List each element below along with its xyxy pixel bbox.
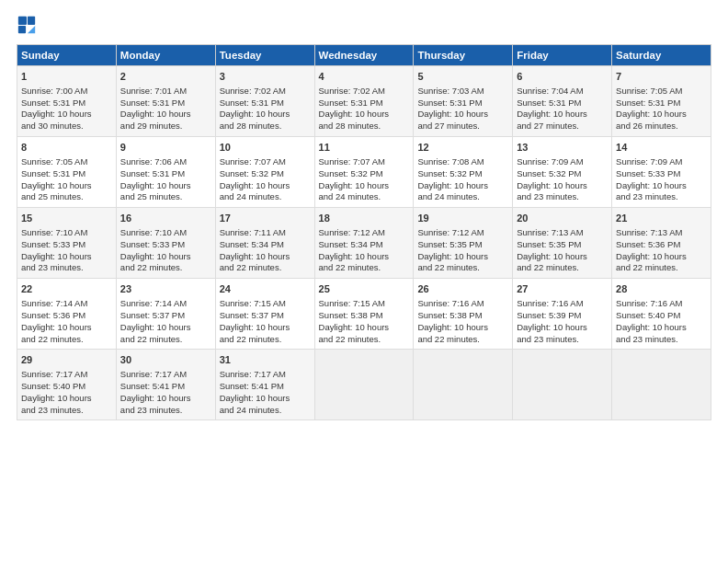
day-number: 21 [616, 212, 707, 225]
day-info-line: and 25 minutes. [120, 191, 211, 203]
day-number: 25 [319, 282, 410, 296]
day-info-line: Daylight: 10 hours [616, 109, 707, 121]
col-header-tuesday: Tuesday [215, 45, 314, 66]
day-info-line: Sunset: 5:40 PM [21, 381, 112, 393]
day-info-line: Daylight: 10 hours [616, 180, 707, 192]
day-cell: 27Sunrise: 7:16 AMSunset: 5:39 PMDayligh… [513, 279, 612, 350]
day-cell: 22Sunrise: 7:14 AMSunset: 5:36 PMDayligh… [17, 279, 117, 350]
day-number: 12 [417, 141, 508, 155]
day-cell: 12Sunrise: 7:08 AMSunset: 5:32 PMDayligh… [414, 137, 513, 208]
day-cell: 6Sunrise: 7:04 AMSunset: 5:31 PMDaylight… [513, 66, 612, 137]
calendar-table: SundayMondayTuesdayWednesdayThursdayFrid… [17, 44, 711, 420]
day-info-line: Sunset: 5:40 PM [616, 310, 707, 322]
day-number: 15 [21, 212, 112, 225]
day-info-line: Sunset: 5:36 PM [21, 310, 112, 322]
day-info-line: Daylight: 10 hours [417, 322, 508, 334]
day-number: 27 [517, 282, 608, 296]
day-info-line: Daylight: 10 hours [417, 109, 508, 121]
day-number: 22 [21, 282, 112, 296]
day-info-line: Sunset: 5:32 PM [220, 168, 311, 180]
day-info-line: Daylight: 10 hours [319, 251, 410, 263]
logo [17, 15, 39, 35]
day-info-line: Sunset: 5:34 PM [319, 239, 410, 251]
day-cell: 4Sunrise: 7:02 AMSunset: 5:31 PMDaylight… [314, 66, 414, 137]
day-number: 19 [417, 212, 508, 225]
day-number: 11 [319, 141, 410, 155]
day-number: 10 [220, 141, 311, 155]
day-info-line: Daylight: 10 hours [417, 180, 508, 192]
day-info-line: Sunrise: 7:11 AM [220, 227, 311, 239]
day-info-line: and 22 minutes. [220, 334, 311, 346]
day-info-line: Sunrise: 7:10 AM [120, 227, 211, 239]
day-info-line: Sunrise: 7:01 AM [120, 86, 211, 98]
col-header-thursday: Thursday [414, 45, 513, 66]
svg-rect-2 [18, 26, 26, 33]
logo-icon [17, 15, 37, 35]
header-row: SundayMondayTuesdayWednesdayThursdayFrid… [17, 45, 711, 66]
day-cell [513, 350, 612, 420]
day-cell: 11Sunrise: 7:07 AMSunset: 5:32 PMDayligh… [314, 137, 414, 208]
day-info-line: and 27 minutes. [417, 121, 508, 132]
day-info-line: Daylight: 10 hours [319, 322, 410, 334]
day-cell: 30Sunrise: 7:17 AMSunset: 5:41 PMDayligh… [116, 350, 215, 420]
week-row-4: 22Sunrise: 7:14 AMSunset: 5:36 PMDayligh… [17, 279, 711, 350]
day-info-line: Daylight: 10 hours [21, 251, 112, 263]
day-info-line: and 23 minutes. [120, 405, 211, 417]
day-cell: 7Sunrise: 7:05 AMSunset: 5:31 PMDaylight… [612, 66, 711, 137]
day-info-line: Sunrise: 7:17 AM [120, 369, 211, 381]
day-cell: 24Sunrise: 7:15 AMSunset: 5:37 PMDayligh… [215, 279, 314, 350]
day-info-line: Sunrise: 7:15 AM [220, 298, 311, 310]
day-info-line: Sunrise: 7:02 AM [319, 86, 410, 98]
day-cell: 10Sunrise: 7:07 AMSunset: 5:32 PMDayligh… [215, 137, 314, 208]
col-header-saturday: Saturday [612, 45, 711, 66]
day-info-line: Sunrise: 7:04 AM [517, 86, 608, 98]
day-number: 30 [120, 353, 211, 367]
day-info-line: Daylight: 10 hours [120, 109, 211, 121]
day-info-line: Daylight: 10 hours [120, 251, 211, 263]
day-info-line: Sunrise: 7:12 AM [319, 227, 410, 239]
day-info-line: Sunrise: 7:13 AM [616, 227, 707, 239]
day-cell: 25Sunrise: 7:15 AMSunset: 5:38 PMDayligh… [314, 279, 414, 350]
day-info-line: Sunrise: 7:15 AM [319, 298, 410, 310]
day-info-line: Sunrise: 7:16 AM [616, 298, 707, 310]
day-info-line: Sunset: 5:33 PM [120, 239, 211, 251]
day-info-line: and 23 minutes. [21, 262, 112, 274]
day-info-line: and 22 minutes. [220, 262, 311, 274]
day-info-line: and 22 minutes. [417, 334, 508, 346]
day-cell: 21Sunrise: 7:13 AMSunset: 5:36 PMDayligh… [612, 208, 711, 279]
day-cell: 14Sunrise: 7:09 AMSunset: 5:33 PMDayligh… [612, 137, 711, 208]
day-info-line: and 22 minutes. [319, 334, 410, 346]
day-info-line: Sunrise: 7:07 AM [220, 156, 311, 168]
day-info-line: Sunset: 5:38 PM [417, 310, 508, 322]
day-info-line: Daylight: 10 hours [120, 322, 211, 334]
day-info-line: Sunrise: 7:05 AM [616, 86, 707, 98]
day-info-line: Sunset: 5:31 PM [319, 98, 410, 109]
day-number: 24 [220, 282, 311, 296]
day-info-line: and 22 minutes. [21, 334, 112, 346]
day-info-line: and 23 minutes. [517, 191, 608, 203]
day-number: 17 [220, 212, 311, 225]
day-info-line: Sunrise: 7:10 AM [21, 227, 112, 239]
day-cell: 15Sunrise: 7:10 AMSunset: 5:33 PMDayligh… [17, 208, 117, 279]
day-info-line: Sunrise: 7:14 AM [21, 298, 112, 310]
day-info-line: and 22 minutes. [417, 262, 508, 274]
header [17, 15, 711, 35]
day-info-line: Daylight: 10 hours [21, 109, 112, 121]
svg-marker-3 [28, 26, 35, 33]
day-number: 13 [517, 141, 608, 155]
day-info-line: Daylight: 10 hours [517, 180, 608, 192]
day-info-line: Sunrise: 7:16 AM [417, 298, 508, 310]
day-cell: 16Sunrise: 7:10 AMSunset: 5:33 PMDayligh… [116, 208, 215, 279]
day-info-line: Sunset: 5:37 PM [220, 310, 311, 322]
day-number: 28 [616, 282, 707, 296]
day-info-line: Daylight: 10 hours [616, 322, 707, 334]
day-number: 14 [616, 141, 707, 155]
day-info-line: Sunset: 5:31 PM [220, 98, 311, 109]
day-info-line: and 23 minutes. [616, 191, 707, 203]
day-info-line: Sunset: 5:31 PM [120, 98, 211, 109]
day-info-line: Sunset: 5:31 PM [120, 168, 211, 180]
day-info-line: Daylight: 10 hours [21, 322, 112, 334]
day-info-line: Sunrise: 7:16 AM [517, 298, 608, 310]
day-info-line: Sunset: 5:35 PM [517, 239, 608, 251]
day-info-line: Sunrise: 7:12 AM [417, 227, 508, 239]
